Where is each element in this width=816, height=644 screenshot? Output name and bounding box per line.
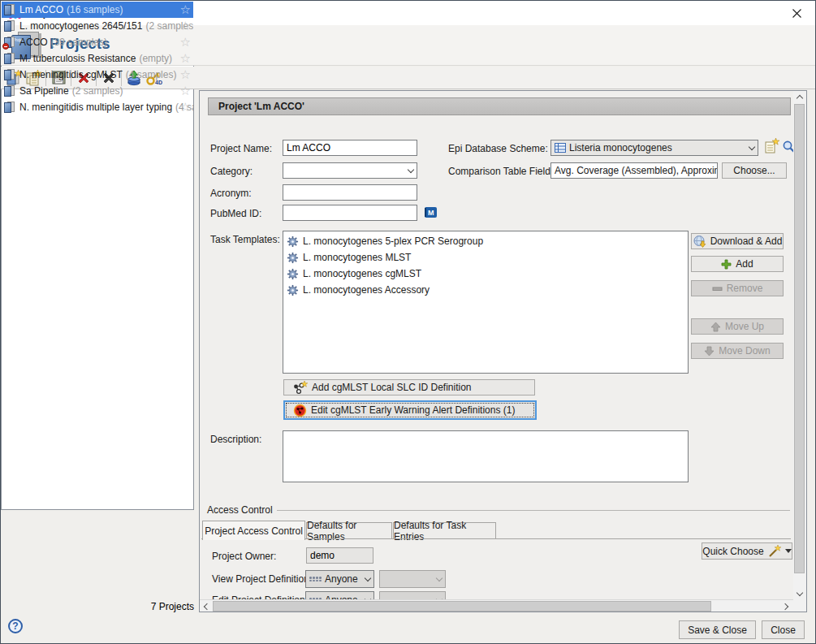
- new-scheme-icon[interactable]: [764, 138, 779, 157]
- project-name: Sa Pipeline: [19, 85, 69, 97]
- project-list-item[interactable]: N. meningitidis cgMLST (4 samples) ☆: [2, 67, 193, 83]
- pubmed-input[interactable]: [283, 205, 417, 221]
- view-project-definition-dropdown[interactable]: Anyone: [305, 570, 374, 588]
- favorite-star-icon[interactable]: ☆: [180, 67, 191, 82]
- epi-scheme-dropdown[interactable]: Listeria monocytogenes: [550, 140, 758, 156]
- chevron-down-icon: [785, 549, 792, 553]
- acronym-label: Acronym:: [210, 188, 252, 199]
- group-divider: [277, 510, 790, 511]
- gear-icon: [287, 252, 299, 264]
- plus-icon: [721, 259, 732, 270]
- arrow-down-icon: [704, 346, 715, 357]
- gear-icon: [287, 268, 299, 280]
- tab-defaults-for-task-entries[interactable]: Defaults for Task Entries: [393, 522, 496, 539]
- project-name: N. meningitidis cgMLST: [19, 69, 123, 80]
- epi-scheme-value: Listeria monocytogenes: [569, 142, 672, 153]
- project-count-footer: 7 Projects: [98, 601, 194, 612]
- horizontal-scrollbar[interactable]: [200, 599, 793, 612]
- project-list-item[interactable]: Lm ACCO (16 samples) ☆: [2, 2, 193, 18]
- view-project-definition-sub-dropdown: [379, 570, 446, 588]
- alert-icon: [293, 404, 307, 417]
- tab-defaults-for-samples[interactable]: Defaults for Samples: [306, 522, 392, 539]
- quick-choose-button[interactable]: Quick Choose: [702, 542, 792, 560]
- help-icon[interactable]: ?: [8, 619, 23, 633]
- window-close-button[interactable]: [778, 1, 815, 25]
- project-name-input[interactable]: [283, 140, 417, 156]
- project-icon: [3, 3, 16, 16]
- project-list-item[interactable]: Sa Pipeline (2 samples) ☆: [2, 83, 193, 99]
- favorite-star-icon[interactable]: ☆: [180, 100, 191, 115]
- project-icon: [3, 68, 16, 81]
- cluster-icon: [292, 381, 308, 395]
- add-template-button[interactable]: Add: [691, 256, 784, 272]
- vertical-scrollbar[interactable]: [793, 91, 806, 600]
- download-add-button[interactable]: Download & Add: [691, 233, 784, 249]
- description-textarea[interactable]: [283, 430, 689, 482]
- description-label: Description:: [210, 434, 261, 445]
- project-count: (empty): [139, 53, 172, 64]
- access-control-group-label: Access Control: [207, 504, 273, 516]
- task-template-item[interactable]: L. monocytogenes cgMLST: [283, 266, 688, 282]
- task-templates-label: Task Templates:: [210, 234, 280, 245]
- project-list-item[interactable]: ACCO (39 samples) ☆: [2, 34, 193, 50]
- tab-project-access-control[interactable]: Project Access Control: [202, 521, 305, 540]
- project-count: (4 samples): [126, 69, 177, 80]
- add-slc-definition-button[interactable]: Add cgMLST Local SLC ID Definition: [283, 379, 535, 395]
- gear-icon: [287, 284, 299, 296]
- project-owner-label: Project Owner:: [212, 551, 276, 562]
- acronym-input[interactable]: [283, 184, 417, 201]
- favorite-star-icon[interactable]: ☆: [180, 35, 191, 50]
- favorite-star-icon[interactable]: ☆: [180, 51, 191, 66]
- choose-fields-button[interactable]: Choose...: [722, 162, 787, 179]
- project-name: L. monocytogenes 2645/151: [19, 20, 142, 32]
- scroll-left-arrow[interactable]: [200, 600, 212, 612]
- project-icon: [3, 52, 16, 65]
- remove-template-button: Remove: [691, 280, 784, 296]
- globe-download-icon: [693, 235, 706, 249]
- horizontal-scroll-thumb[interactable]: [213, 601, 711, 612]
- arrow-up-icon: [710, 322, 721, 332]
- category-dropdown[interactable]: [283, 162, 417, 179]
- chevron-down-icon: [749, 143, 755, 149]
- project-icon: [3, 101, 16, 114]
- panel-header: Project 'Lm ACCO': [208, 97, 791, 115]
- edit-alert-definitions-button[interactable]: Edit cgMLST Early Warning Alert Definiti…: [283, 400, 537, 420]
- move-down-button: Move Down: [691, 343, 784, 359]
- anyone-group-icon: [309, 577, 322, 581]
- scroll-right-arrow[interactable]: [780, 600, 792, 612]
- project-name: ACCO: [19, 37, 48, 48]
- favorite-star-icon[interactable]: ☆: [180, 19, 191, 33]
- gear-icon: [287, 236, 299, 248]
- favorite-star-icon[interactable]: ☆: [180, 84, 191, 98]
- project-list-item[interactable]: L. monocytogenes 2645/151 (2 samples) ☆: [2, 18, 193, 34]
- epi-scheme-label: Epi Database Scheme:: [448, 143, 548, 154]
- move-up-button: Move Up: [691, 318, 784, 335]
- task-template-item[interactable]: L. monocytogenes 5-plex PCR Serogroup: [283, 233, 688, 249]
- close-icon: [792, 9, 801, 18]
- save-close-button[interactable]: Save & Close: [679, 620, 756, 639]
- project-list-item[interactable]: M. tuberculosis Resistance (empty) ☆: [2, 50, 193, 67]
- scroll-up-arrow[interactable]: [793, 91, 806, 103]
- category-label: Category:: [210, 166, 253, 177]
- task-templates-list[interactable]: L. monocytogenes 5-plex PCR Serogroup L.…: [283, 231, 689, 374]
- project-name: M. tuberculosis Resistance: [19, 53, 136, 64]
- scrollbar-corner: [793, 599, 806, 612]
- comparison-fields-value: Avg. Coverage (Assembled), Approximate: [550, 162, 718, 179]
- task-template-item[interactable]: L. monocytogenes MLST: [283, 249, 688, 266]
- project-list-item[interactable]: N. meningitidis multiple layer typing (4…: [2, 99, 193, 115]
- scroll-down-arrow[interactable]: [793, 588, 806, 600]
- project-count: (39 samples): [51, 37, 107, 48]
- pubmed-label: PubMed ID:: [210, 208, 261, 219]
- close-button[interactable]: Close: [762, 620, 805, 639]
- chevron-down-icon: [408, 166, 414, 172]
- project-count: (2 samples): [72, 85, 123, 97]
- task-template-item[interactable]: L. monocytogenes Accessory: [283, 282, 688, 298]
- projects-dialog: Projects Proje Projects: [0, 0, 816, 644]
- vertical-scroll-thumb[interactable]: [794, 104, 805, 573]
- project-count: (16 samples): [67, 4, 123, 15]
- project-owner-field: [306, 547, 373, 564]
- project-name: N. meningitidis multiple layer typing: [19, 102, 172, 113]
- pubmed-link-icon[interactable]: M: [424, 205, 438, 222]
- favorite-star-icon[interactable]: ☆: [180, 2, 191, 17]
- chevron-down-icon: [365, 574, 371, 581]
